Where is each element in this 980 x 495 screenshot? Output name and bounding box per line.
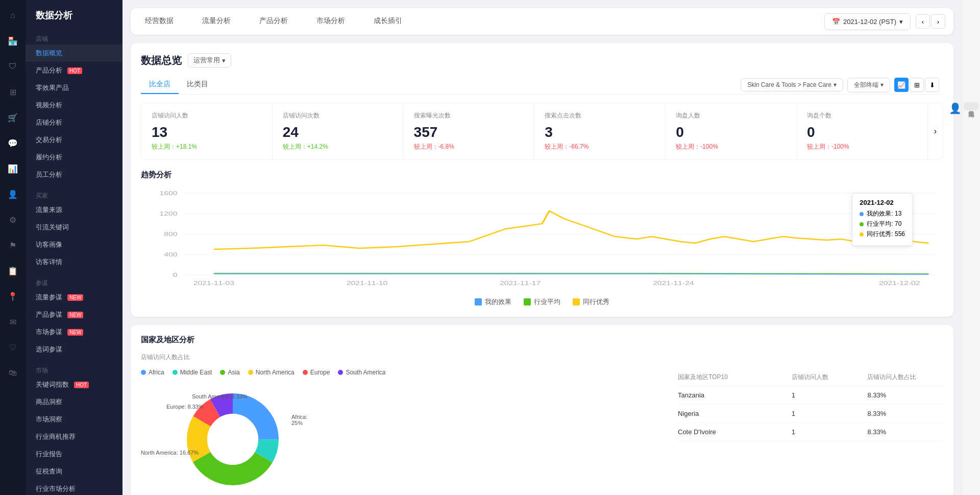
view-toggle: 📈 ⊞ ⬇ (894, 78, 939, 92)
settings-icon[interactable]: ⚙ (5, 211, 21, 228)
sidebar-item-keyword-index[interactable]: 关键词指数HOT (26, 376, 122, 393)
sidebar-item-industry-report[interactable]: 行业报告 (26, 445, 122, 463)
country-title: 国家及地区分析 (141, 335, 943, 345)
right-panel-label[interactable]: 常见问题 (964, 102, 978, 110)
sidebar-item-product-analysis[interactable]: 产品分析HOT (26, 62, 122, 79)
sidebar-item-traffic-source[interactable]: 流量来源 (26, 201, 122, 219)
bag-icon[interactable]: 🛍 (5, 365, 21, 381)
sidebar-item-visitor-profile[interactable]: 访客画像 (26, 236, 122, 253)
sidebar-item-zero-effect[interactable]: 零效果产品 (26, 79, 122, 97)
reference-section-label: 参谋 (26, 274, 122, 289)
operation-dropdown[interactable]: 运营常用 ▾ (188, 53, 231, 67)
sidebar-item-industry-market[interactable]: 行业市场分析 (26, 480, 122, 495)
sidebar-item-keywords[interactable]: 引流关键词 (26, 219, 122, 236)
chart-view-button[interactable]: 📈 (894, 78, 909, 92)
chart-bar-icon[interactable]: 📊 (5, 160, 21, 177)
date-next-button[interactable]: › (931, 14, 945, 29)
legend-my-effect[interactable]: 我的效果 (475, 297, 511, 307)
orders-icon[interactable]: 📋 (5, 263, 21, 279)
sidebar-item-industry-rec[interactable]: 行业商机推荐 (26, 428, 122, 445)
table-view-button[interactable]: ⊞ (910, 78, 924, 92)
sidebar-item-fulfillment[interactable]: 履约分析 (26, 149, 122, 166)
sidebar-item-transaction[interactable]: 交易分析 (26, 131, 122, 149)
svg-point-22 (207, 414, 258, 465)
user-icon[interactable]: 👤 (5, 186, 21, 202)
svg-text:2021-12-02: 2021-12-02 (879, 280, 920, 286)
metric-clicks: 搜索点击次数 3 较上周：-66.7% (534, 103, 666, 159)
heart-icon[interactable]: ♡ (5, 339, 21, 356)
date-picker[interactable]: 📅 2021-12-02 (PST) ▾ (824, 13, 911, 30)
metric-impressions: 搜索曝光次数 357 较上周：-6.8% (404, 103, 535, 159)
chevron-down-icon: ▾ (222, 57, 226, 64)
subtab-all-store[interactable]: 比全店 (141, 76, 179, 94)
pie-label-africa: Africa: 25% (291, 414, 314, 426)
legend-asia: Asia (220, 369, 239, 376)
sidebar-item-traffic-ref[interactable]: 流量参谋NEW (26, 289, 122, 306)
store-icon[interactable]: 🏪 (5, 33, 21, 49)
legend-africa: Africa (141, 369, 164, 376)
sidebar-item-store-analysis[interactable]: 店铺分析 (26, 114, 122, 131)
tab-market[interactable]: 市场分析 (302, 8, 359, 35)
svg-text:1600: 1600 (160, 190, 178, 196)
trend-title: 趋势分析 (141, 170, 943, 180)
send-icon[interactable]: ✉ (5, 314, 21, 330)
td-visitors-2: 1 (792, 428, 868, 436)
sidebar-item-product-ref[interactable]: 产品参谋NEW (26, 306, 122, 323)
th-country: 国家及地区TOP10 (678, 373, 792, 382)
country-card: 国家及地区分析 店铺访问人数占比 Africa Middle East (131, 325, 953, 495)
sidebar-item-word-ref[interactable]: 选词参谋 (26, 341, 122, 358)
sidebar-icon-strip: ⌂ 🏪 🛡 ⊞ 🛒 💬 📊 👤 ⚙ ⚑ 📋 📍 ✉ ♡ 🛍 (0, 0, 26, 495)
td-country-0: Tanzania (678, 391, 792, 399)
tab-product[interactable]: 产品分析 (245, 8, 302, 35)
cart-icon[interactable]: 🛒 (5, 109, 21, 126)
message-icon[interactable]: 💬 (5, 135, 21, 151)
svg-text:2021-11-03: 2021-11-03 (193, 280, 234, 286)
date-value: 2021-12-02 (PST) (843, 18, 896, 26)
metric-inquiry-people: 询盘人数 0 较上周：-100% (666, 103, 797, 159)
legend-peer-best[interactable]: 同行优秀 (573, 297, 609, 307)
location-icon[interactable]: 📍 (5, 288, 21, 304)
flag-icon[interactable]: ⚑ (5, 237, 21, 253)
table-row: Cote D'Ivoire 1 8.33% (678, 423, 943, 441)
category-filter[interactable]: Skin Care & Tools > Face Care ▾ (741, 78, 843, 91)
table-row: Nigeria 1 8.33% (678, 405, 943, 423)
tab-business[interactable]: 经营数据 (131, 8, 188, 35)
sidebar-item-market-ref[interactable]: 市场参谋NEW (26, 323, 122, 341)
sidebar-item-market-insight[interactable]: 市场洞察 (26, 411, 122, 428)
user-avatar-icon[interactable]: 👤 (949, 102, 962, 114)
country-table: 国家及地区TOP10 店铺访问人数 店铺访问人数占比 Tanzania 1 8.… (678, 369, 943, 495)
shield-icon[interactable]: 🛡 (5, 58, 21, 75)
tab-growth[interactable]: 成长插引 (359, 8, 416, 35)
sidebar-item-overview[interactable]: 数据概览 (26, 44, 122, 62)
donut-chart-wrapper: Africa: 25% South America: 8.33% Europe:… (141, 383, 314, 495)
pie-label-south-america: South America: 8.33% (192, 393, 248, 399)
metrics-next-button[interactable]: › (928, 103, 943, 159)
right-panel: 常见问题 👤 (962, 0, 980, 495)
td-percent-0: 8.33% (867, 391, 943, 399)
td-visitors-1: 1 (792, 410, 868, 417)
tooltip-row-0: 我的效果: 13 (860, 209, 905, 218)
top-tab-bar: 经营数据 流量分析 产品分析 市场分析 成长插引 📅 2021-12-02 (P… (131, 8, 953, 35)
tooltip-row-1: 行业平均: 70 (860, 220, 905, 228)
sidebar-item-visitor-detail[interactable]: 访客详情 (26, 253, 122, 271)
svg-text:2021-11-10: 2021-11-10 (347, 280, 387, 286)
subtab-category[interactable]: 比类目 (179, 76, 216, 94)
content-area: 数据总览 运营常用 ▾ 比全店 比类目 Skin Care & Tools > … (122, 35, 962, 495)
sidebar-item-video[interactable]: 视频分析 (26, 97, 122, 114)
terminal-filter[interactable]: 全部终端 ▾ (847, 78, 890, 92)
tab-traffic[interactable]: 流量分析 (188, 8, 245, 35)
legend-industry-avg[interactable]: 行业平均 (524, 297, 560, 307)
pie-label-north-america: North America: 16.67% (141, 450, 199, 456)
sidebar-item-tax[interactable]: 征税查询 (26, 463, 122, 480)
td-country-2: Cote D'Ivoire (678, 428, 792, 436)
grid-icon[interactable]: ⊞ (5, 84, 21, 100)
th-percent: 店铺访问人数占比 (867, 373, 943, 382)
pie-label-europe: Europe: 8.33% (166, 404, 204, 410)
sidebar-item-employee[interactable]: 员工分析 (26, 166, 122, 183)
metric-visits: 店铺访问次数 24 较上周：+14.2% (273, 103, 404, 159)
date-prev-button[interactable]: ‹ (916, 14, 930, 29)
export-button[interactable]: ⬇ (925, 78, 939, 92)
home-icon[interactable]: ⌂ (5, 7, 21, 23)
svg-text:2021-11-24: 2021-11-24 (653, 280, 694, 286)
sidebar-item-product-insight[interactable]: 商品洞察 (26, 393, 122, 411)
